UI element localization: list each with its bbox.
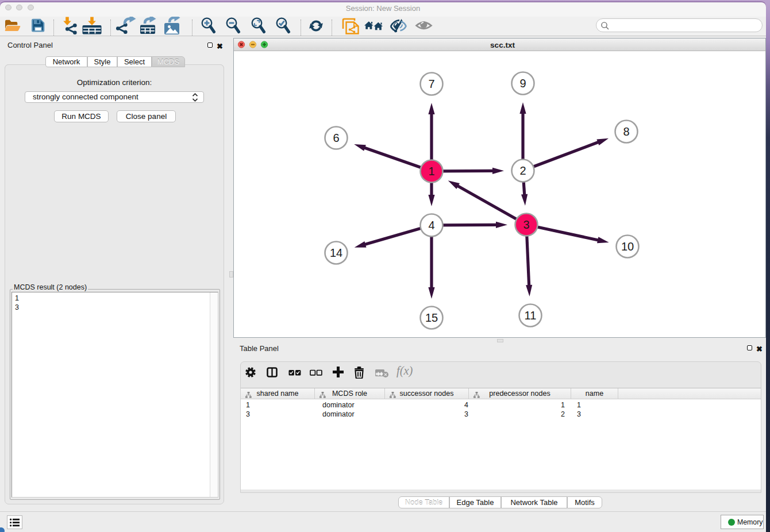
svg-text:15: 15 xyxy=(425,311,438,324)
svg-text:8: 8 xyxy=(623,125,629,138)
svg-text:3: 3 xyxy=(523,218,529,231)
svg-text:4: 4 xyxy=(428,219,434,232)
svg-text:6: 6 xyxy=(333,132,339,144)
svg-text:14: 14 xyxy=(330,246,342,259)
svg-text:7: 7 xyxy=(428,78,434,90)
svg-text:11: 11 xyxy=(525,309,537,322)
svg-text:2: 2 xyxy=(519,164,526,177)
svg-text:10: 10 xyxy=(621,240,634,253)
svg-text:1: 1 xyxy=(428,165,434,178)
svg-text:9: 9 xyxy=(519,77,526,90)
